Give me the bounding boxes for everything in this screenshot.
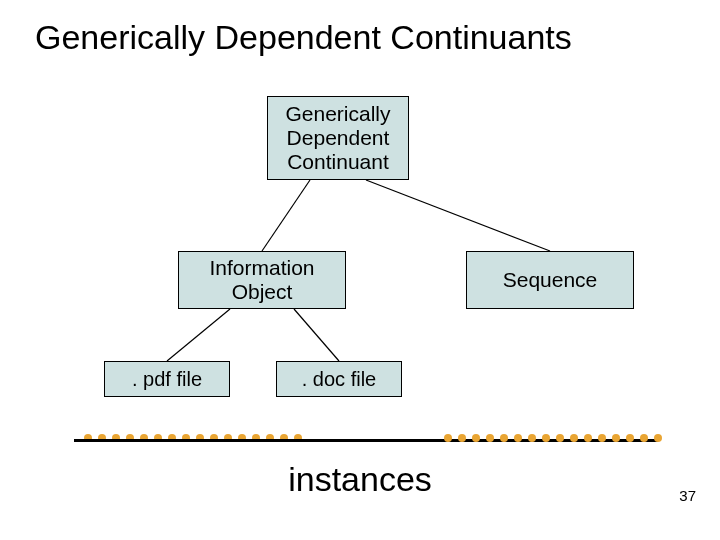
dot-icon [626, 434, 634, 442]
dot-icon [472, 434, 480, 442]
svg-line-0 [262, 180, 310, 251]
node-root-label: Generically Dependent Continuant [285, 102, 390, 174]
node-information-object: Information Object [178, 251, 346, 309]
node-sequence: Sequence [466, 251, 634, 309]
svg-line-1 [366, 180, 550, 251]
dot-icon [598, 434, 606, 442]
dot-icon [612, 434, 620, 442]
dot-icon [514, 434, 522, 442]
slide-title: Generically Dependent Continuants [0, 18, 720, 57]
dot-icon [500, 434, 508, 442]
dot-icon [528, 434, 536, 442]
dot-icon [570, 434, 578, 442]
dot-icon [556, 434, 564, 442]
footer-instances-label: instances [0, 460, 720, 499]
dot-icon [640, 434, 648, 442]
node-doc-label: . doc file [302, 368, 376, 391]
node-pdf-label: . pdf file [132, 368, 202, 391]
dot-icon [486, 434, 494, 442]
node-pdf-file: . pdf file [104, 361, 230, 397]
svg-line-3 [294, 309, 339, 361]
node-seq-label: Sequence [503, 268, 598, 292]
page-number: 37 [679, 487, 696, 504]
node-root: Generically Dependent Continuant [267, 96, 409, 180]
divider-dots-right [444, 434, 662, 442]
node-info-label: Information Object [209, 256, 314, 304]
dot-icon [542, 434, 550, 442]
dot-icon [584, 434, 592, 442]
svg-line-2 [167, 309, 230, 361]
slide-stage: Generically Dependent Continuants Generi… [0, 0, 720, 540]
dot-icon [444, 434, 452, 442]
dot-icon [654, 434, 662, 442]
node-doc-file: . doc file [276, 361, 402, 397]
dot-icon [458, 434, 466, 442]
